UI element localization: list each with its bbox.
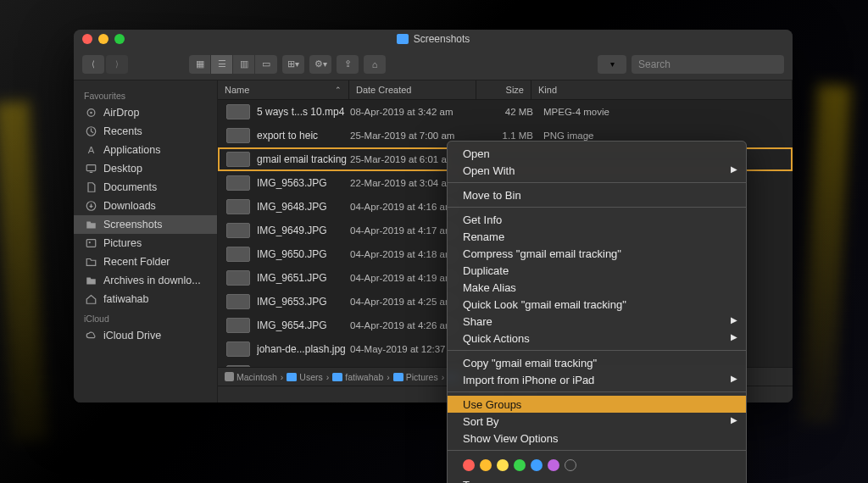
path-segment[interactable]: Pictures xyxy=(393,372,438,382)
sidebar-heading-favourites: Favourites xyxy=(74,86,217,103)
file-date: 08-Apr-2019 at 3:42 am xyxy=(350,107,479,117)
chevron-left-icon: ⟨ xyxy=(92,59,95,69)
ctx-quick-look[interactable]: Quick Look "gmail email tracking" xyxy=(448,296,746,313)
back-button[interactable]: ⟨ xyxy=(82,55,104,74)
action-menu: ⚙ ▾ xyxy=(309,55,331,74)
path-segment[interactable]: fatiwahab xyxy=(332,372,383,382)
sidebar-item-downloads[interactable]: Downloads xyxy=(74,197,217,215)
ctx-separator xyxy=(448,182,746,183)
sidebar-item-recent-folder[interactable]: Recent Folder xyxy=(74,253,217,271)
list-view-button[interactable]: ☰ xyxy=(211,55,233,74)
tag-color-none[interactable] xyxy=(565,459,576,471)
column-header-size[interactable]: Size xyxy=(476,80,531,99)
tag-color[interactable] xyxy=(497,459,509,471)
sidebar-heading-icloud: iCloud xyxy=(74,308,217,326)
sidebar-item-desktop[interactable]: Desktop xyxy=(74,159,217,178)
home-icon xyxy=(84,293,97,305)
tag-color[interactable] xyxy=(514,459,526,471)
ctx-quick-actions[interactable]: Quick Actions▶ xyxy=(448,330,746,347)
ctx-duplicate[interactable]: Duplicate xyxy=(448,262,746,279)
file-thumbnail xyxy=(226,247,250,262)
sidebar-item-label: Documents xyxy=(103,181,157,193)
column-header-kind[interactable]: Kind xyxy=(531,80,793,99)
ctx-tag-colors xyxy=(448,454,746,476)
sidebar-item-screenshots[interactable]: Screenshots xyxy=(74,215,217,234)
file-name: IMG_9650.JPG xyxy=(257,248,350,260)
ctx-sort-by[interactable]: Sort By▶ xyxy=(448,413,746,430)
gallery-view-button[interactable]: ▭ xyxy=(255,55,277,74)
submenu-arrow-icon: ▶ xyxy=(731,315,737,325)
file-thumbnail xyxy=(226,152,250,167)
share-button[interactable]: ⇪ xyxy=(337,55,359,74)
close-button[interactable] xyxy=(82,34,92,44)
file-name: IMG_9653.JPG xyxy=(257,296,350,308)
ctx-share[interactable]: Share▶ xyxy=(448,313,746,330)
path-segment[interactable]: Users xyxy=(287,372,322,382)
path-segment[interactable]: Macintosh xyxy=(225,372,277,382)
ctx-make-alias[interactable]: Make Alias xyxy=(448,279,746,296)
minimize-button[interactable] xyxy=(98,34,108,44)
submenu-arrow-icon: ▶ xyxy=(731,332,737,341)
arrange-button[interactable]: ⊞ ▾ xyxy=(282,55,304,74)
svg-rect-4 xyxy=(86,165,96,171)
sidebar-item-airdrop[interactable]: AirDrop xyxy=(74,103,217,122)
svg-rect-6 xyxy=(86,240,96,247)
file-kind: PNG image xyxy=(533,130,793,141)
action-button[interactable]: ⚙ ▾ xyxy=(309,55,331,74)
column-headers: Name⌃ Date Created Size Kind xyxy=(218,80,793,100)
tag-color[interactable] xyxy=(548,459,559,471)
ctx-compress[interactable]: Compress "gmail email tracking" xyxy=(448,245,746,262)
file-thumbnail xyxy=(226,104,250,119)
sidebar-item-applications[interactable]: AApplications xyxy=(74,141,217,159)
icon-view-button[interactable]: ▦ xyxy=(189,55,211,74)
file-name: IMG_9651.JPG xyxy=(257,272,350,284)
sidebar-item-recents[interactable]: Recents xyxy=(74,122,217,141)
forward-button[interactable]: ⟩ xyxy=(106,55,128,74)
file-date: 25-Mar-2019 at 7:00 am xyxy=(350,130,479,141)
sidebar-item-label: Screenshots xyxy=(103,219,162,230)
tags-button[interactable]: ⌂ xyxy=(364,55,386,74)
column-view-button[interactable]: ▥ xyxy=(233,55,255,74)
ctx-open-with[interactable]: Open With▶ xyxy=(448,162,746,179)
sidebar-item-documents[interactable]: Documents xyxy=(74,178,217,197)
ctx-tags[interactable]: Tags... xyxy=(448,476,746,483)
ctx-copy[interactable]: Copy "gmail email tracking" xyxy=(448,354,746,371)
folder-icon xyxy=(332,373,342,381)
desktop-icon xyxy=(84,163,97,175)
ctx-open[interactable]: Open xyxy=(448,145,746,162)
tag-color[interactable] xyxy=(480,459,492,471)
chevron-right-icon: › xyxy=(442,372,445,382)
search-input[interactable] xyxy=(632,55,784,74)
ctx-get-info[interactable]: Get Info xyxy=(448,211,746,228)
drive-icon xyxy=(225,372,234,381)
sidebar-item-pictures[interactable]: Pictures xyxy=(74,234,217,253)
folder-icon xyxy=(393,373,403,381)
sidebar-item-fatiwahab[interactable]: fatiwahab xyxy=(74,290,217,308)
sidebar-item-label: Downloads xyxy=(103,200,156,212)
file-size: 1.1 MB xyxy=(479,130,533,141)
column-header-date[interactable]: Date Created xyxy=(349,80,476,99)
file-thumbnail xyxy=(226,128,250,143)
ctx-import[interactable]: Import from iPhone or iPad▶ xyxy=(448,371,746,388)
column-header-name[interactable]: Name⌃ xyxy=(218,80,349,99)
titlebar[interactable]: Screenshots xyxy=(74,30,793,48)
sidebar-item-label: Archives in downlo... xyxy=(103,275,201,286)
documents-icon xyxy=(84,181,97,193)
file-name: IMG_9654.JPG xyxy=(257,319,350,331)
search-scope-dropdown[interactable]: ▾ xyxy=(598,55,626,74)
file-name: gmail email tracking xyxy=(257,153,350,165)
sidebar-item-label: Recent Folder xyxy=(103,256,170,268)
tag-color[interactable] xyxy=(463,459,475,471)
ctx-show-view-options[interactable]: Show View Options xyxy=(448,430,746,447)
tag-color[interactable] xyxy=(531,459,542,471)
fullscreen-button[interactable] xyxy=(114,34,125,44)
table-row[interactable]: 5 ways t...s 10.mp408-Apr-2019 at 3:42 a… xyxy=(218,100,793,124)
folder-icon xyxy=(287,373,297,381)
file-name: export to heic xyxy=(257,130,350,142)
ctx-use-groups[interactable]: Use Groups xyxy=(448,396,746,413)
ctx-rename[interactable]: Rename xyxy=(448,228,746,245)
sidebar-item-icloud-drive[interactable]: iCloud Drive xyxy=(74,326,217,345)
ctx-move-to-bin[interactable]: Move to Bin xyxy=(448,186,746,203)
file-thumbnail xyxy=(226,341,250,357)
sidebar-item-archives-in-downlo-[interactable]: Archives in downlo... xyxy=(74,271,217,290)
